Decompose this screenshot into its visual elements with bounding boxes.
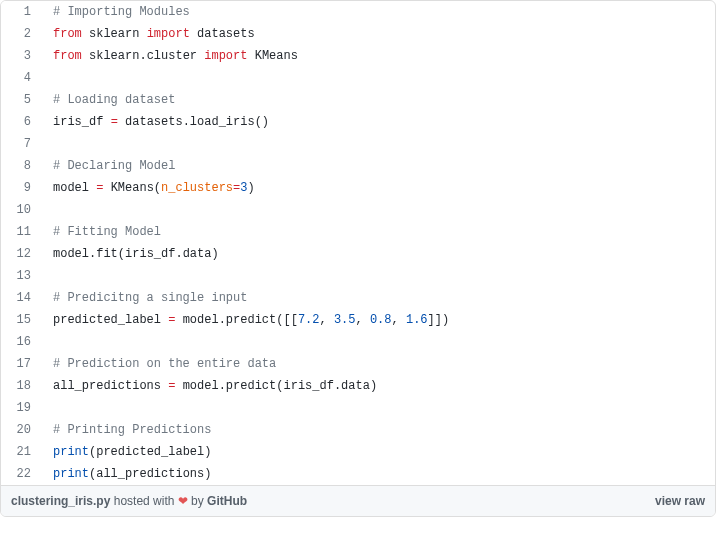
line-number[interactable]: 21 <box>1 441 41 463</box>
line-content: # Printing Predictions <box>41 419 715 441</box>
code-line: 22print(all_predictions) <box>1 463 715 485</box>
line-number[interactable]: 8 <box>1 155 41 177</box>
code-line: 8# Declaring Model <box>1 155 715 177</box>
line-content: from sklearn.cluster import KMeans <box>41 45 715 67</box>
code-line: 1# Importing Modules <box>1 1 715 23</box>
line-content: # Fitting Model <box>41 221 715 243</box>
filename-link[interactable]: clustering_iris.py <box>11 494 110 508</box>
line-number[interactable]: 3 <box>1 45 41 67</box>
line-content: model.fit(iris_df.data) <box>41 243 715 265</box>
line-number[interactable]: 16 <box>1 331 41 353</box>
code-line: 7 <box>1 133 715 155</box>
line-content <box>41 265 715 287</box>
code-line: 9model = KMeans(n_clusters=3) <box>1 177 715 199</box>
code-line: 17# Prediction on the entire data <box>1 353 715 375</box>
footer-left: clustering_iris.py hosted with ❤ by GitH… <box>11 494 247 508</box>
line-content: # Importing Modules <box>41 1 715 23</box>
line-content: from sklearn import datasets <box>41 23 715 45</box>
code-line: 15predicted_label = model.predict([[7.2,… <box>1 309 715 331</box>
line-number[interactable]: 12 <box>1 243 41 265</box>
code-line: 12model.fit(iris_df.data) <box>1 243 715 265</box>
line-content: predicted_label = model.predict([[7.2, 3… <box>41 309 715 331</box>
code-line: 2from sklearn import datasets <box>1 23 715 45</box>
code-line: 11# Fitting Model <box>1 221 715 243</box>
hosted-text: hosted with <box>110 494 177 508</box>
code-line: 10 <box>1 199 715 221</box>
line-number[interactable]: 7 <box>1 133 41 155</box>
line-number[interactable]: 13 <box>1 265 41 287</box>
line-content <box>41 397 715 419</box>
line-content: iris_df = datasets.load_iris() <box>41 111 715 133</box>
line-content: # Prediction on the entire data <box>41 353 715 375</box>
line-number[interactable]: 19 <box>1 397 41 419</box>
line-content <box>41 331 715 353</box>
line-number[interactable]: 20 <box>1 419 41 441</box>
line-number[interactable]: 4 <box>1 67 41 89</box>
code-line: 18all_predictions = model.predict(iris_d… <box>1 375 715 397</box>
view-raw-link[interactable]: view raw <box>655 494 705 508</box>
code-line: 4 <box>1 67 715 89</box>
github-link[interactable]: GitHub <box>207 494 247 508</box>
line-number[interactable]: 14 <box>1 287 41 309</box>
by-text: by <box>188 494 207 508</box>
line-content <box>41 67 715 89</box>
code-line: 6iris_df = datasets.load_iris() <box>1 111 715 133</box>
line-number[interactable]: 15 <box>1 309 41 331</box>
line-content: # Predicitng a single input <box>41 287 715 309</box>
line-content: print(predicted_label) <box>41 441 715 463</box>
line-number[interactable]: 2 <box>1 23 41 45</box>
code-line: 19 <box>1 397 715 419</box>
line-number[interactable]: 18 <box>1 375 41 397</box>
code-line: 5# Loading dataset <box>1 89 715 111</box>
code-line: 13 <box>1 265 715 287</box>
code-line: 16 <box>1 331 715 353</box>
code-table: 1# Importing Modules2from sklearn import… <box>1 1 715 485</box>
gist-footer: clustering_iris.py hosted with ❤ by GitH… <box>1 485 715 516</box>
line-content: # Declaring Model <box>41 155 715 177</box>
line-number[interactable]: 9 <box>1 177 41 199</box>
line-number[interactable]: 1 <box>1 1 41 23</box>
line-content: print(all_predictions) <box>41 463 715 485</box>
line-content: # Loading dataset <box>41 89 715 111</box>
line-number[interactable]: 22 <box>1 463 41 485</box>
code-line: 20# Printing Predictions <box>1 419 715 441</box>
gist-container: 1# Importing Modules2from sklearn import… <box>0 0 716 517</box>
line-content: model = KMeans(n_clusters=3) <box>41 177 715 199</box>
line-number[interactable]: 6 <box>1 111 41 133</box>
line-content <box>41 133 715 155</box>
line-number[interactable]: 5 <box>1 89 41 111</box>
line-content <box>41 199 715 221</box>
line-number[interactable]: 10 <box>1 199 41 221</box>
line-number[interactable]: 17 <box>1 353 41 375</box>
heart-icon: ❤ <box>178 494 188 508</box>
code-line: 3from sklearn.cluster import KMeans <box>1 45 715 67</box>
line-content: all_predictions = model.predict(iris_df.… <box>41 375 715 397</box>
line-number[interactable]: 11 <box>1 221 41 243</box>
code-line: 21print(predicted_label) <box>1 441 715 463</box>
code-line: 14# Predicitng a single input <box>1 287 715 309</box>
